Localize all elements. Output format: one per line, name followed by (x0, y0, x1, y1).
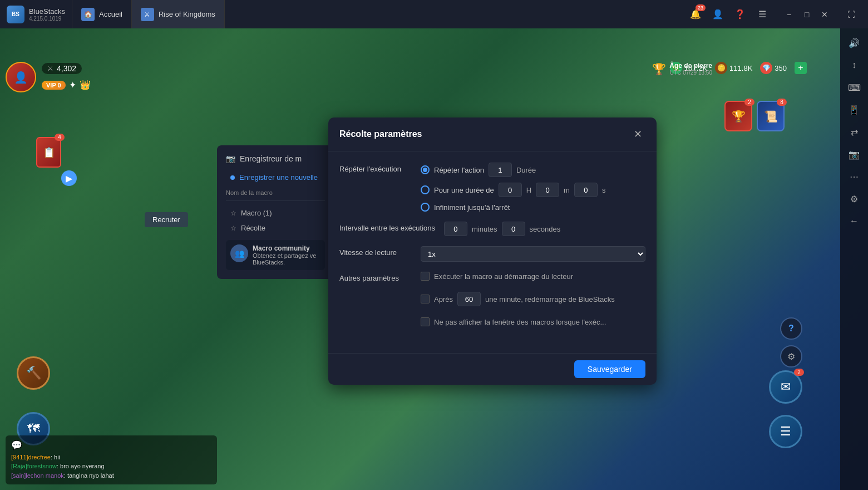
chat-name-1: [9411]drecfree (11, 454, 51, 460)
macro-panel-title-text: Enregistreur de m (240, 154, 302, 163)
checkbox-1[interactable] (421, 272, 430, 281)
account-button[interactable]: 👤 (710, 7, 726, 22)
duration-s-input[interactable] (574, 183, 598, 197)
mail-count: 2 (794, 369, 804, 376)
dialog-header: Récolte paramètres ✕ (328, 117, 657, 151)
gems-icon: 💎 (760, 62, 772, 74)
radio-repeat-action[interactable] (421, 165, 430, 174)
badge-count-1: 2 (744, 99, 754, 106)
bs-icon: BS (7, 6, 24, 23)
minimize-button[interactable]: − (781, 7, 797, 22)
list-button[interactable]: ☰ (769, 415, 802, 448)
checkbox-2[interactable] (421, 295, 430, 303)
macro-item-recolte[interactable]: ☆ Récolte (226, 220, 325, 236)
macro-community[interactable]: 👥 Macro community Obtenez et partagez ve… (226, 240, 325, 270)
checkbox-row-2: Après une minute, redémarrage de BlueSta… (421, 292, 645, 306)
mail-button[interactable]: ✉ 2 (769, 370, 802, 404)
add-resources-button[interactable]: + (795, 62, 807, 74)
sidebar-keyboard-btn[interactable]: ⌨ (844, 77, 864, 97)
community-title: Macro community (253, 244, 320, 252)
sidebar-rotate-btn[interactable]: ↕ (844, 55, 864, 75)
badge-1[interactable]: 🏆 2 (724, 101, 752, 131)
bs-info: BlueStacks 4.215.0.1019 (29, 7, 65, 22)
dialog-footer: Sauvegarder (328, 353, 657, 385)
other-params-controls: Exécuter la macro au démarrage du lecteu… (421, 272, 645, 332)
sidebar-settings-btn[interactable]: ⚙ (844, 189, 864, 209)
gems-resource: 💎 350 (760, 62, 787, 74)
apres-label: Après (434, 295, 453, 303)
radio-duration[interactable] (421, 185, 430, 194)
close-button[interactable]: ✕ (817, 7, 832, 22)
game-tab-label: Rise of Kingdoms (159, 10, 215, 18)
repeat-action-row: Répéter l'action Durée (421, 163, 645, 177)
tab-home[interactable]: 🏠 Accueil (72, 0, 132, 28)
fullscreen-button[interactable]: ⛶ (844, 7, 859, 22)
forward-button[interactable]: ▶ (61, 170, 77, 186)
chat-name-2: [Raja]forestsnow (11, 463, 57, 469)
bluestacks-logo: BS BlueStacks 4.215.0.1019 (0, 0, 72, 28)
interval-inline: minutes secondes (444, 222, 645, 236)
h-label: H (526, 186, 531, 194)
build-button[interactable]: 🔨 (17, 356, 50, 390)
special-icon[interactable]: ✦ (69, 80, 76, 90)
age-time: UTC 07/29 13:50 (669, 70, 712, 76)
community-text: Macro community Obtenez et partagez ve B… (253, 244, 320, 266)
maximize-button[interactable]: □ (799, 7, 815, 22)
vip-badge[interactable]: VIP 0 (42, 81, 66, 90)
window-controls: − □ ✕ (781, 7, 832, 22)
sidebar-more-btn[interactable]: ⋯ (844, 166, 864, 187)
avatar[interactable]: 👤 (6, 62, 36, 92)
interval-controls: minutes secondes (444, 222, 645, 236)
macro-item-1[interactable]: ☆ Macro (1) (226, 205, 325, 220)
game-tab-icon: ⚔ (141, 8, 154, 21)
record-new-item[interactable]: Enregistrer une nouvelle (226, 170, 325, 185)
game-settings-button[interactable]: ⚙ (780, 345, 802, 367)
repeat-action-input[interactable] (489, 163, 512, 177)
vip-bar: VIP 0 ✦ 👑 (42, 80, 91, 90)
radio-infinite[interactable] (421, 203, 430, 212)
dialog-close-button[interactable]: ✕ (630, 126, 645, 142)
duration-m-input[interactable] (536, 183, 559, 197)
sidebar-phone-btn[interactable]: 📱 (844, 100, 864, 120)
wood-icon: 🪙 (715, 62, 727, 74)
help-button[interactable]: ? (780, 317, 802, 340)
menu-button[interactable]: ☰ (754, 7, 770, 22)
help-topbar-button[interactable]: ❓ (732, 7, 748, 22)
macro-label-1: Macro (1) (241, 209, 272, 217)
tab-game[interactable]: ⚔ Rise of Kingdoms (132, 0, 225, 28)
sidebar-camera-btn[interactable]: 📷 (844, 144, 864, 164)
interval-minutes-input[interactable] (444, 222, 467, 236)
checkbox-3[interactable] (421, 317, 430, 326)
s-label: s (602, 186, 606, 194)
top-right-badges: 🏆 2 📜 8 (724, 101, 785, 131)
interval-seconds-input[interactable] (502, 222, 525, 236)
sidebar-volume-btn[interactable]: 🔊 (844, 33, 864, 53)
app-name: BlueStacks (29, 7, 65, 16)
crown-icon[interactable]: 👑 (80, 80, 91, 90)
speed-select[interactable]: 0.5x 1x 1.5x 2x (421, 246, 645, 262)
wood-value: 111.8K (729, 64, 752, 72)
duration-h-input[interactable] (499, 183, 522, 197)
recruit-button[interactable]: Recruter (145, 212, 188, 227)
chat-messages: [9411]drecfree: hii [Raja]forestsnow: br… (11, 453, 211, 481)
interval-row: Intervalle entre les exécutions minutes … (339, 222, 645, 236)
notification-button[interactable]: 🔔 23 (688, 7, 703, 22)
secondes-label: secondes (530, 225, 561, 233)
restart-label: une minute, redémarrage de BlueStacks (485, 295, 615, 303)
star-icon-1: ☆ (230, 209, 236, 217)
recolte-dialog: Récolte paramètres ✕ Répéter l'exécution… (328, 117, 657, 385)
restart-minutes-input[interactable] (457, 292, 481, 306)
app-version: 4.215.0.1019 (29, 16, 65, 22)
top-bar-right: 🔔 23 👤 ❓ ☰ − □ ✕ ⛶ (688, 7, 868, 22)
speed-label: Vitesse de lecture (339, 246, 412, 258)
chat-icon: 💬 (11, 440, 211, 450)
sidebar-swap-btn[interactable]: ⇄ (844, 122, 864, 142)
sidebar-back-btn[interactable]: ← (844, 211, 864, 231)
age-title: Âge de pierre (669, 62, 712, 70)
macro-panel: 📷 Enregistreur de m Enregistrer une nouv… (217, 145, 334, 279)
quest-badge[interactable]: 📋 4 (36, 137, 61, 168)
power-value: 4,302 (57, 64, 76, 73)
badge-2[interactable]: 📜 8 (757, 101, 785, 131)
save-button[interactable]: Sauvegarder (574, 360, 645, 378)
home-tab-icon: 🏠 (81, 8, 95, 21)
